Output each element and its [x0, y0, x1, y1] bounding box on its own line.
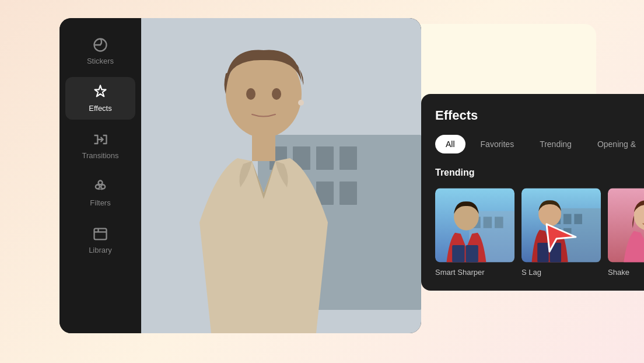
svg-point-2 [101, 185, 105, 189]
transitions-icon [92, 131, 108, 148]
stickers-icon [92, 37, 108, 53]
sidebar-item-library[interactable]: Library [65, 219, 135, 261]
thumbnail-img-smart-sharper [435, 187, 514, 263]
thumbnail-img-shake [608, 187, 644, 263]
svg-point-17 [272, 88, 281, 100]
sidebar-item-stickers[interactable]: Stickers [65, 30, 135, 72]
svg-marker-40 [547, 224, 576, 252]
filters-icon [92, 179, 108, 195]
tab-all[interactable]: All [435, 135, 466, 153]
effects-icon [92, 84, 108, 100]
thumbnails-row: Smart Sharper [435, 187, 644, 277]
sidebar-item-filters-label: Filters [90, 198, 110, 207]
svg-rect-18 [252, 132, 275, 161]
svg-rect-4 [94, 229, 107, 240]
video-frame [141, 18, 421, 333]
tab-trending[interactable]: Trending [529, 135, 582, 153]
svg-rect-27 [466, 245, 478, 262]
sidebar-item-library-label: Library [89, 246, 112, 254]
video-preview [141, 18, 421, 333]
app-container: Stickers Effects Transitions [60, 18, 584, 345]
effects-panel-title: Effects [435, 108, 644, 123]
svg-rect-10 [340, 146, 357, 170]
thumbnail-label-s-lag: S Lag [522, 268, 601, 277]
svg-point-16 [246, 88, 256, 100]
sidebar-item-filters[interactable]: Filters [65, 172, 135, 214]
sidebar: Stickers Effects Transitions [60, 18, 141, 333]
trending-section-title: Trending [435, 167, 644, 178]
sidebar-item-transitions[interactable]: Transitions [65, 124, 135, 167]
tab-opening[interactable]: Opening & [587, 135, 644, 153]
svg-rect-26 [452, 245, 464, 262]
sidebar-item-effects[interactable]: Effects [65, 77, 135, 120]
filter-tabs: All Favorites Trending Opening & [435, 135, 644, 153]
tab-favorites[interactable]: Favorites [470, 135, 525, 153]
svg-point-1 [96, 185, 100, 189]
library-icon [92, 226, 108, 242]
sidebar-item-effects-label: Effects [89, 104, 112, 113]
sidebar-item-transitions-label: Transitions [82, 151, 118, 160]
main-window: Stickers Effects Transitions [60, 18, 421, 333]
thumbnail-shake[interactable]: Shake [608, 187, 644, 277]
svg-rect-9 [316, 146, 334, 170]
svg-rect-23 [484, 217, 492, 228]
svg-rect-24 [495, 217, 503, 228]
thumbnail-smart-sharper[interactable]: Smart Sharper [435, 187, 514, 277]
thumbnail-label-shake: Shake [608, 268, 644, 277]
svg-point-19 [298, 100, 304, 106]
thumbnail-label-smart-sharper: Smart Sharper [435, 268, 514, 277]
effects-panel: Effects All Favorites Trending Opening &… [421, 94, 644, 291]
cursor-arrow [544, 221, 579, 256]
sidebar-item-stickers-label: Stickers [87, 57, 114, 65]
svg-rect-14 [340, 182, 357, 205]
